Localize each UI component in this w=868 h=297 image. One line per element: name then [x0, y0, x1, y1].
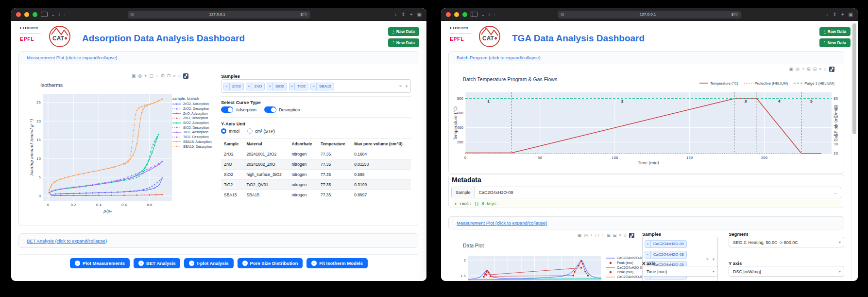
chip-remove-icon[interactable]: × — [267, 83, 273, 90]
new-tab-icon[interactable]: + — [841, 12, 844, 17]
legend-item[interactable]: SBA15, Adsorption — [172, 140, 220, 144]
clear-selection-icon[interactable]: × — [706, 257, 709, 262]
downloads-icon[interactable]: ↓ — [394, 12, 397, 17]
autoscale-icon[interactable]: × — [619, 233, 621, 238]
zoom-out-icon[interactable]: ⊟ — [613, 233, 617, 238]
scrollbar-track[interactable] — [851, 21, 857, 280]
sample-chip[interactable]: ×CaC2O4xH2O-09 — [645, 240, 687, 248]
sidebar-icon[interactable] — [471, 12, 477, 17]
close-button[interactable] — [16, 12, 21, 17]
radio-cm-STP-[interactable] — [247, 128, 253, 134]
chip-remove-icon[interactable]: × — [289, 83, 295, 90]
zoom-icon[interactable]: ◎ — [138, 74, 142, 78]
tabs-icon[interactable]: ▣ — [417, 12, 422, 17]
url-bar[interactable]: ▤ 127.0.0.1 ◧ ↻ — [127, 11, 310, 18]
plotly-logo-icon[interactable]: ▞ — [829, 67, 834, 72]
new-data-button[interactable]: ↑New Data — [819, 38, 851, 47]
zoom-out-icon[interactable]: ⊟ — [167, 74, 171, 78]
chip-remove-icon[interactable]: × — [311, 83, 317, 90]
segment-select[interactable]: SEG 2: Heating, 50.0C -> 800.0C ▾ — [729, 237, 844, 247]
camera-icon[interactable]: ▣ — [578, 233, 582, 238]
sample-chip[interactable]: ×SBA15 — [310, 83, 334, 90]
chip-remove-icon[interactable]: × — [246, 83, 252, 90]
box-select-icon[interactable]: ▢ — [595, 233, 599, 238]
fit-isotherm-models-button[interactable]: →Fit Isotherm Models — [306, 258, 368, 268]
zoom-in-icon[interactable]: ⊞ — [607, 233, 611, 238]
samples-multiselect[interactable]: ×ZrO2×ZnO×SiO2×TiO2×SBA15× ▾ — [221, 79, 411, 93]
y-axis-select[interactable]: DSC [mW/mg] ▾ — [729, 266, 844, 277]
legend-item[interactable]: TiO2, Adsorption — [172, 130, 220, 135]
chevron-down-icon[interactable]: ⌄ — [51, 12, 55, 17]
desorption-toggle[interactable] — [264, 106, 276, 113]
autoscale-icon[interactable]: × — [819, 67, 821, 71]
bet-analysis-toggle-link[interactable]: BET Analysis (click to expand/collapse) — [27, 238, 107, 244]
reader-icon[interactable]: ◧ — [731, 12, 735, 17]
lasso-icon[interactable]: ◌ — [156, 74, 158, 78]
sample-chip[interactable]: ×ZrO2 — [223, 83, 244, 90]
batch-program-toggle-link[interactable]: Batch Program (click to expand/collapse) — [457, 55, 541, 60]
plotly-logo-icon[interactable]: ▞ — [183, 73, 188, 79]
back-icon[interactable]: ‹ — [58, 12, 60, 17]
legend-item[interactable]: ZrO2, Adsorption — [172, 102, 220, 106]
share-icon[interactable]: ↥ — [833, 12, 836, 17]
reader-icon[interactable]: ◧ — [300, 12, 304, 17]
forward-icon[interactable]: › — [494, 12, 495, 17]
reset-axes-icon[interactable]: ⌂ — [824, 67, 827, 71]
zoom-out-icon[interactable]: ⊟ — [813, 67, 817, 71]
chip-remove-icon[interactable]: × — [645, 241, 651, 247]
plot-measurements-button[interactable]: →Plot Measurements — [70, 258, 130, 268]
dropdown-caret-icon[interactable]: ▾ — [713, 257, 715, 262]
legend-item[interactable]: SBA15, Desorption — [172, 144, 220, 149]
zoom-in-icon[interactable]: ⊞ — [161, 74, 165, 78]
chevron-down-icon[interactable]: ⌄ — [481, 12, 485, 17]
t-plot-analysis-button[interactable]: →t-plot Analysis — [184, 258, 233, 268]
tree-expand-icon[interactable]: ▶ — [455, 202, 457, 205]
sample-chip[interactable]: ×ZnO — [246, 83, 265, 90]
legend-item[interactable]: TiO2, Desorption — [172, 135, 220, 140]
forward-icon[interactable]: › — [64, 12, 65, 17]
data-plot-chart[interactable]: 1.52 — [453, 254, 604, 281]
share-icon[interactable]: ↥ — [401, 12, 405, 17]
adsorption-toggle[interactable] — [221, 106, 233, 113]
legend-item[interactable]: ZrO2, Desorption — [172, 106, 220, 111]
x-axis-select[interactable]: Time [min] ▾ — [642, 266, 718, 277]
minimize-button[interactable] — [454, 12, 459, 17]
clear-selection-icon[interactable]: × — [399, 84, 402, 88]
refresh-icon[interactable]: ↻ — [304, 12, 307, 17]
sidebar-icon[interactable] — [41, 12, 48, 17]
legend-item[interactable]: ZnO, Desorption — [172, 116, 220, 121]
sample-select-group[interactable]: Sample CaC2O4xH2O-09⌄ — [451, 187, 841, 198]
sample-select-value[interactable]: CaC2O4xH2O-09⌄ — [475, 187, 841, 198]
scrollbar-thumb[interactable] — [852, 23, 856, 134]
sample-chip[interactable]: ×SiO2 — [267, 83, 287, 90]
legend-item[interactable]: ZnO, Adsorption — [172, 111, 220, 116]
isotherms-chart[interactable]: 00.20.40.60.80510152025p/p₀loading amoun… — [30, 88, 173, 215]
metadata-json-tree[interactable]: ▶ root: {} 8 keys — [451, 200, 841, 207]
measurement-plot-toggle-link[interactable]: Measurement Plot (click to expand/collap… — [27, 55, 117, 60]
lasso-icon[interactable]: ◌ — [602, 233, 604, 238]
zoom-button[interactable] — [462, 12, 467, 17]
downloads-icon[interactable]: ↓ — [826, 12, 828, 17]
raw-data-button[interactable]: ↓Raw Data — [819, 27, 851, 36]
camera-icon[interactable]: ▣ — [132, 74, 136, 78]
sample-chip[interactable]: ×TiO2 — [289, 83, 309, 90]
pan-icon[interactable]: + — [590, 233, 593, 238]
bet-analysis-button[interactable]: →BET Analysis — [134, 258, 180, 268]
chip-remove-icon[interactable]: × — [224, 83, 230, 90]
chip-remove-icon[interactable]: × — [645, 251, 651, 258]
url-bar[interactable]: ▤ 127.0.0.1 ◧ ↻ — [558, 11, 741, 18]
pore-size-distribution-button[interactable]: →Pore Size Distribution — [238, 258, 303, 268]
raw-data-button[interactable]: ↓Raw Data — [388, 27, 419, 36]
radio-mmol[interactable] — [221, 128, 226, 134]
zoom-button[interactable] — [33, 12, 37, 17]
batch-chart[interactable]: 05010015020020040060080020304050607080Ga… — [453, 85, 839, 175]
back-icon[interactable]: ‹ — [488, 12, 490, 17]
zoom-in-icon[interactable]: ⊞ — [807, 67, 811, 71]
zoom-icon[interactable]: ◎ — [584, 233, 588, 238]
sample-chip[interactable]: ×CaC2O4xH2O-08 — [645, 251, 687, 259]
minimize-button[interactable] — [24, 12, 29, 17]
refresh-icon[interactable]: ↻ — [735, 12, 738, 17]
measurement-plot-toggle-link[interactable]: Measurement Plot (click to expand/collap… — [457, 220, 547, 226]
box-select-icon[interactable]: ▢ — [149, 74, 153, 78]
reset-axes-icon[interactable]: ⌂ — [178, 74, 181, 78]
